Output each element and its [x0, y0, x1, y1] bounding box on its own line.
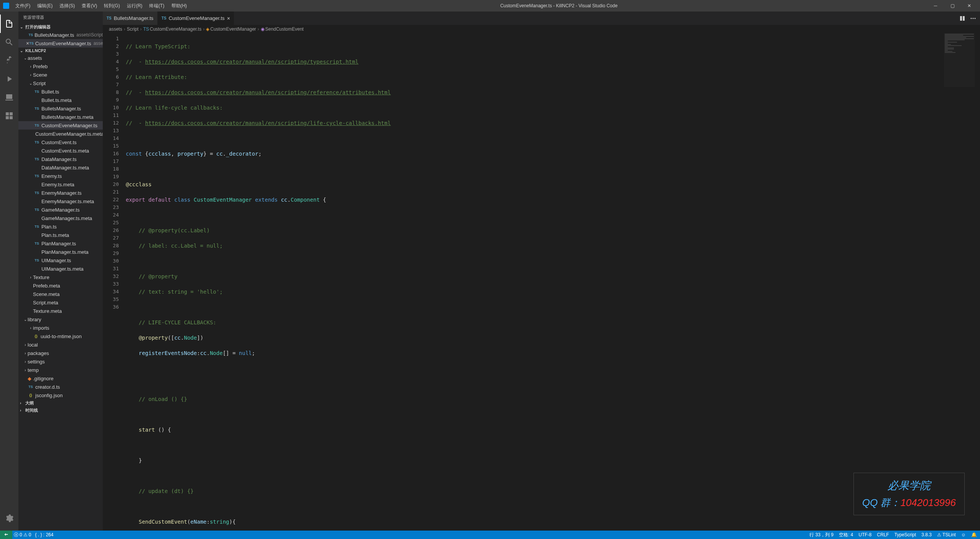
status-braces[interactable]: { . } : 264 [35, 532, 53, 537]
menu-help[interactable]: 帮助(H) [168, 1, 190, 11]
file-item[interactable]: Plan.ts.meta [18, 231, 103, 239]
file-item[interactable]: TSEnemyManager.ts [18, 189, 103, 197]
remote-button[interactable] [0, 531, 12, 539]
svg-point-2 [975, 18, 976, 19]
file-item[interactable]: TSPlanManager.ts [18, 239, 103, 248]
folder-settings[interactable]: ›settings [18, 357, 103, 366]
activity-extensions[interactable] [0, 107, 18, 125]
split-editor-icon[interactable] [959, 15, 965, 21]
section-open-editors[interactable]: ⌄打开的编辑器 [18, 23, 103, 31]
minimap[interactable] [944, 33, 975, 87]
file-item[interactable]: TSEnemy.ts [18, 172, 103, 180]
file-meta[interactable]: Texture.meta [18, 307, 103, 315]
file-creator[interactable]: TScreator.d.ts [18, 383, 103, 391]
file-item[interactable]: UIManager.ts.meta [18, 265, 103, 273]
section-project[interactable]: ⌄KILLNCP2 [18, 48, 103, 54]
breadcrumb[interactable]: assets› Script› TSCustomEveneManager.ts›… [103, 25, 980, 33]
file-tree: ⌄assets ›Prefeb ›Scene ⌄Script TSBullet.… [18, 54, 103, 399]
file-item[interactable]: Bullet.ts.meta [18, 96, 103, 104]
file-item[interactable]: TSBulletsManager.ts [18, 104, 103, 113]
folder-prefeb[interactable]: ›Prefeb [18, 62, 103, 71]
activity-debug[interactable] [0, 70, 18, 88]
status-indent[interactable]: 空格: 4 [839, 532, 853, 538]
close-button[interactable]: ✕ [962, 0, 977, 12]
ts-file-icon: TS [34, 207, 40, 213]
editor-content[interactable]: 1234567891011121314151617181920212223242… [103, 33, 980, 531]
menu-select[interactable]: 选择(S) [56, 1, 78, 11]
folder-assets[interactable]: ⌄assets [18, 54, 103, 62]
section-timeline[interactable]: ›时间线 [18, 407, 103, 414]
maximize-button[interactable]: ▢ [945, 0, 960, 12]
folder-scene[interactable]: ›Scene [18, 71, 103, 79]
menu-edit[interactable]: 编辑(E) [34, 1, 56, 11]
crumb-script[interactable]: Script [127, 26, 139, 32]
open-editors-label: 打开的编辑器 [25, 24, 51, 30]
status-feedback[interactable]: ☺ [961, 532, 966, 537]
more-actions-icon[interactable] [970, 15, 976, 21]
status-ts-version[interactable]: 3.8.3 [921, 532, 932, 537]
status-language[interactable]: TypeScript [894, 532, 916, 537]
minimize-button[interactable]: ─ [928, 0, 943, 12]
file-item[interactable]: CustomEveneManager.ts.meta [18, 130, 103, 138]
json-file-icon: {} [28, 392, 34, 398]
folder-library[interactable]: ⌄library [18, 315, 103, 324]
ts-file-icon: TS [34, 190, 40, 196]
file-meta[interactable]: Prefeb.meta [18, 281, 103, 290]
open-editor-item[interactable]: TS BulletsManager.ts assets\Script [18, 31, 103, 39]
file-item[interactable]: TSDataManager.ts [18, 155, 103, 163]
file-meta[interactable]: Scene.meta [18, 290, 103, 298]
menu-file[interactable]: 文件(F) [12, 1, 33, 11]
file-item[interactable]: DataManager.ts.meta [18, 163, 103, 172]
file-gitignore[interactable]: ◆.gitignore [18, 374, 103, 383]
file-item[interactable]: TSPlan.ts [18, 222, 103, 231]
file-meta[interactable]: Script.meta [18, 298, 103, 307]
activity-remote[interactable] [0, 88, 18, 107]
ts-file-icon: TS [34, 122, 40, 128]
file-item[interactable]: TSUIManager.ts [18, 256, 103, 265]
crumb-file[interactable]: TSCustomEveneManager.ts [143, 26, 201, 32]
status-eol[interactable]: CRLF [877, 532, 889, 537]
status-notifications[interactable]: 🔔 [971, 532, 977, 537]
status-errors[interactable]: ⓧ 0 ⚠ 0 [14, 532, 31, 538]
activity-explorer[interactable] [0, 15, 18, 33]
file-json[interactable]: {}uuid-to-mtime.json [18, 332, 103, 340]
folder-script[interactable]: ⌄Script [18, 79, 103, 87]
tab-close-icon[interactable]: × [227, 15, 230, 21]
section-outline[interactable]: ›大纲 [18, 399, 103, 407]
file-item[interactable]: GameManager.ts.meta [18, 214, 103, 222]
folder-temp[interactable]: ›temp [18, 366, 103, 374]
tab-custom-event-manager[interactable]: TS CustomEveneManager.ts × [158, 12, 234, 25]
file-item[interactable]: TSCustomEveneManager.ts [18, 121, 103, 130]
file-item[interactable]: CustomEvent.ts.meta [18, 146, 103, 155]
file-item[interactable]: TSBullet.ts [18, 87, 103, 96]
menu-run[interactable]: 运行(R) [124, 1, 146, 11]
folder-local[interactable]: ›local [18, 340, 103, 349]
crumb-method[interactable]: ◉SendCustomEvent [261, 26, 304, 32]
activity-settings[interactable] [0, 509, 18, 527]
crumb-class[interactable]: ◈CustomEventManager [206, 26, 256, 32]
code-area[interactable]: // Learn TypeScript: // - https://docs.c… [126, 33, 980, 531]
file-item[interactable]: TSGameManager.ts [18, 205, 103, 214]
file-item[interactable]: PlanManager.ts.meta [18, 248, 103, 256]
folder-imports[interactable]: ›imports [18, 324, 103, 332]
folder-texture[interactable]: ›Texture [18, 273, 103, 281]
activity-search[interactable] [0, 33, 18, 51]
file-item[interactable]: Enemy.ts.meta [18, 180, 103, 189]
ts-file-icon: TS [34, 156, 40, 162]
open-editor-item[interactable]: × TS CustomEveneManager.ts assets\Script [18, 39, 103, 48]
status-encoding[interactable]: UTF-8 [858, 532, 871, 537]
menu-view[interactable]: 查看(V) [79, 1, 100, 11]
file-item[interactable]: BulletsManager.ts.meta [18, 113, 103, 121]
status-tslint[interactable]: ⚠ TSLint [937, 532, 956, 537]
activity-scm[interactable] [0, 51, 18, 70]
folder-packages[interactable]: ›packages [18, 349, 103, 357]
file-item[interactable]: EnemyManager.ts.meta [18, 197, 103, 205]
tab-bullets-manager[interactable]: TS BulletsManager.ts [103, 12, 158, 25]
status-cursor-pos[interactable]: 行 33，列 9 [809, 532, 834, 538]
menu-goto[interactable]: 转到(G) [101, 1, 123, 11]
file-item[interactable]: TSCustomEvent.ts [18, 138, 103, 146]
close-icon[interactable]: × [26, 40, 29, 46]
crumb-assets[interactable]: assets [109, 26, 122, 32]
menu-terminal[interactable]: 终端(T) [146, 1, 167, 11]
file-jsconfig[interactable]: {}jsconfig.json [18, 391, 103, 399]
